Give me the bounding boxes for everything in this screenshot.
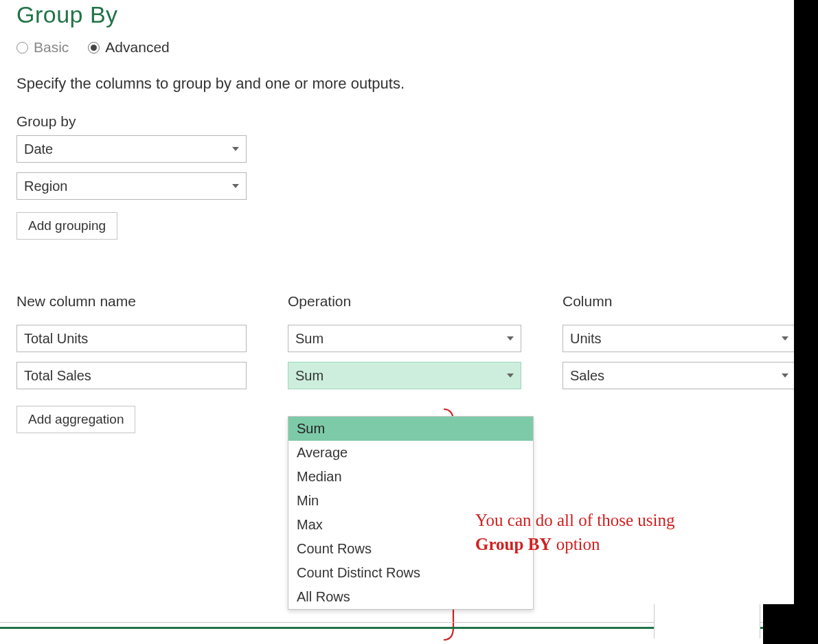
annotation-text: You can do all of those using Group BY o… bbox=[475, 508, 675, 556]
mode-advanced-label: Advanced bbox=[105, 39, 169, 56]
operation-option-all-rows[interactable]: All Rows bbox=[288, 585, 533, 609]
right-edge-strip bbox=[794, 0, 818, 644]
chevron-down-icon bbox=[232, 184, 239, 188]
header-new-column-name: New column name bbox=[16, 293, 247, 310]
operation-option-count-distinct-rows[interactable]: Count Distinct Rows bbox=[288, 561, 533, 585]
mode-basic-radio[interactable]: Basic bbox=[16, 39, 69, 56]
mode-basic-label: Basic bbox=[34, 39, 69, 56]
add-aggregation-button[interactable]: Add aggregation bbox=[16, 406, 135, 433]
header-column: Column bbox=[563, 293, 796, 310]
operation-select-1[interactable]: Sum bbox=[288, 362, 521, 389]
dialog-title: Group By bbox=[16, 1, 802, 28]
group-by-select-0[interactable]: Date bbox=[16, 135, 247, 163]
column-select-1[interactable]: Sales bbox=[563, 362, 796, 389]
chevron-down-icon bbox=[507, 336, 514, 341]
annotation-line2-rest: option bbox=[552, 535, 600, 553]
new-column-input-1-field[interactable] bbox=[24, 363, 239, 389]
group-by-select-0-value: Date bbox=[24, 141, 53, 157]
new-column-input-0[interactable] bbox=[16, 325, 247, 352]
column-select-0[interactable]: Units bbox=[563, 325, 796, 352]
right-edge-blob bbox=[763, 604, 818, 644]
add-grouping-button[interactable]: Add grouping bbox=[16, 212, 117, 240]
operation-option-average[interactable]: Average bbox=[288, 441, 533, 465]
new-column-input-0-field[interactable] bbox=[24, 325, 239, 352]
mode-advanced-radio[interactable]: Advanced bbox=[88, 39, 169, 56]
header-operation: Operation bbox=[288, 293, 521, 310]
operation-option-median[interactable]: Median bbox=[288, 465, 533, 489]
radio-icon bbox=[88, 42, 100, 54]
operation-select-0-value: Sum bbox=[295, 331, 323, 347]
group-by-label: Group by bbox=[16, 113, 802, 130]
annotation-line1: You can do all of those using bbox=[475, 511, 675, 529]
dialog-description: Specify the columns to group by and one … bbox=[16, 75, 802, 93]
group-by-select-1[interactable]: Region bbox=[16, 172, 247, 200]
background-cell bbox=[654, 604, 760, 639]
new-column-input-1[interactable] bbox=[16, 362, 247, 389]
chevron-down-icon bbox=[782, 373, 788, 378]
aggregations-header-row: New column name Operation Column bbox=[16, 293, 802, 315]
operation-select-1-value: Sum bbox=[295, 368, 323, 384]
group-by-select-1-value: Region bbox=[24, 179, 67, 194]
annotation-line2-bold: Group BY bbox=[475, 535, 552, 553]
column-select-0-value: Units bbox=[570, 331, 602, 347]
chevron-down-icon bbox=[232, 147, 239, 151]
column-select-1-value: Sales bbox=[570, 368, 604, 384]
operation-option-sum[interactable]: Sum bbox=[288, 417, 533, 441]
radio-icon bbox=[16, 42, 28, 54]
chevron-down-icon bbox=[507, 373, 514, 378]
mode-radio-group: Basic Advanced bbox=[16, 39, 802, 56]
chevron-down-icon bbox=[782, 336, 788, 341]
operation-select-0[interactable]: Sum bbox=[288, 325, 521, 352]
